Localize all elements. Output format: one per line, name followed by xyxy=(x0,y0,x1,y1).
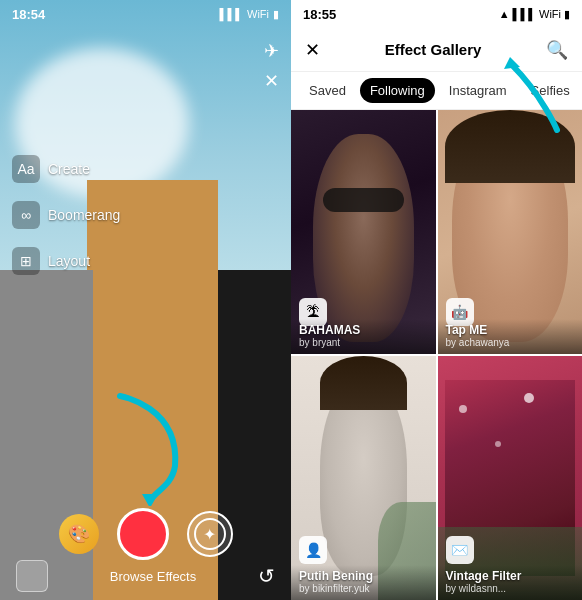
status-icons-left: ▌▌▌ WiFi ▮ xyxy=(220,8,279,21)
battery-icon-left: ▮ xyxy=(273,8,279,21)
hair-tapme xyxy=(445,110,575,183)
create-label: Create xyxy=(48,161,90,177)
location-icon: ▲ xyxy=(499,8,510,20)
bahamas-label: BAHAMAS by bryant xyxy=(291,319,436,354)
menu-item-boomerang[interactable]: ∞ Boomerang xyxy=(12,201,120,229)
browse-effects-button[interactable]: ✦ xyxy=(187,511,233,557)
wifi-icon-right: WiFi xyxy=(539,8,561,20)
bahamas-by: by bryant xyxy=(299,337,428,348)
hair-putih xyxy=(320,356,407,410)
vintage-badge: ✉️ xyxy=(446,536,474,564)
left-panel: 18:54 ▌▌▌ WiFi ▮ ✈ ✕ Aa Create ∞ Boomera… xyxy=(0,0,291,600)
wifi-icon-left: WiFi xyxy=(247,8,269,20)
effect-cell-tapme[interactable]: 🤖 Tap ME by achawanya xyxy=(438,110,583,354)
putih-label: Putih Bening by bikinfilter.yuk xyxy=(291,565,436,600)
sticker-button[interactable]: 🎨 xyxy=(59,514,99,554)
close-icon-left[interactable]: ✕ xyxy=(264,70,279,92)
bahamas-name: BAHAMAS xyxy=(299,323,428,337)
layout-icon: ⊞ xyxy=(12,247,40,275)
right-panel: 18:55 ▲ ▌▌▌ WiFi ▮ ✕ Effect Gallery 🔍 Sa… xyxy=(291,0,582,600)
effect-cell-vintage[interactable]: ✉️ Vintage Filter by wildasnn... xyxy=(438,356,583,600)
header-search-button[interactable]: 🔍 xyxy=(546,39,568,61)
gallery-thumb[interactable] xyxy=(16,560,48,592)
left-toolbar: ✈ ✕ xyxy=(264,40,279,92)
header-close-button[interactable]: ✕ xyxy=(305,39,320,61)
face-bahamas xyxy=(313,134,414,341)
tabs-row: Saved Following Instagram Selfies Lo... xyxy=(291,72,582,110)
vintage-by: by wildasnn... xyxy=(446,583,575,594)
effect-cell-putih[interactable]: 👤 Putih Bening by bikinfilter.yuk xyxy=(291,356,436,600)
status-bar-right: 18:55 ▲ ▌▌▌ WiFi ▮ xyxy=(291,0,582,28)
putih-badge: 👤 xyxy=(299,536,327,564)
airplane-mode-icon[interactable]: ✈ xyxy=(264,40,279,62)
putih-name: Putih Bening xyxy=(299,569,428,583)
tab-following[interactable]: Following xyxy=(360,78,435,103)
tab-instagram[interactable]: Instagram xyxy=(439,78,517,103)
layout-label: Layout xyxy=(48,253,90,269)
side-menu: Aa Create ∞ Boomerang ⊞ Layout xyxy=(12,155,120,275)
menu-item-create[interactable]: Aa Create xyxy=(12,155,120,183)
signal-icon-right: ▌▌▌ xyxy=(513,8,536,20)
effect-cell-bahamas[interactable]: 🏝 BAHAMAS by bryant xyxy=(291,110,436,354)
vintage-label: Vintage Filter by wildasnn... xyxy=(438,565,583,600)
effect-gallery-header: ✕ Effect Gallery 🔍 xyxy=(291,28,582,72)
signal-icon-left: ▌▌▌ xyxy=(220,8,243,20)
record-button[interactable] xyxy=(117,508,169,560)
header-title: Effect Gallery xyxy=(385,41,482,58)
tapme-label: Tap ME by achawanya xyxy=(438,319,583,354)
browse-bar: Browse Effects ↺ xyxy=(0,560,291,592)
tab-saved[interactable]: Saved xyxy=(299,78,356,103)
effect-ring-icon: ✦ xyxy=(194,518,226,550)
camera-flip-icon[interactable]: ↺ xyxy=(258,564,275,588)
time-left: 18:54 xyxy=(12,7,45,22)
bottom-controls: 🎨 ✦ xyxy=(0,508,291,560)
effects-grid: 🏝 BAHAMAS by bryant 🤖 Tap ME by achawany… xyxy=(291,110,582,600)
sunglasses xyxy=(323,188,404,212)
status-icons-right: ▲ ▌▌▌ WiFi ▮ xyxy=(499,8,570,21)
battery-icon-right: ▮ xyxy=(564,8,570,21)
tapme-name: Tap ME xyxy=(446,323,575,337)
menu-item-layout[interactable]: ⊞ Layout xyxy=(12,247,120,275)
create-icon: Aa xyxy=(12,155,40,183)
boomerang-icon: ∞ xyxy=(12,201,40,229)
tab-selfies[interactable]: Selfies xyxy=(521,78,580,103)
time-right: 18:55 xyxy=(303,7,336,22)
tapme-by: by achawanya xyxy=(446,337,575,348)
browse-effects-label[interactable]: Browse Effects xyxy=(110,569,196,584)
vintage-name: Vintage Filter xyxy=(446,569,575,583)
putih-by: by bikinfilter.yuk xyxy=(299,583,428,594)
boomerang-label: Boomerang xyxy=(48,207,120,223)
status-bar-left: 18:54 ▌▌▌ WiFi ▮ xyxy=(0,0,291,28)
